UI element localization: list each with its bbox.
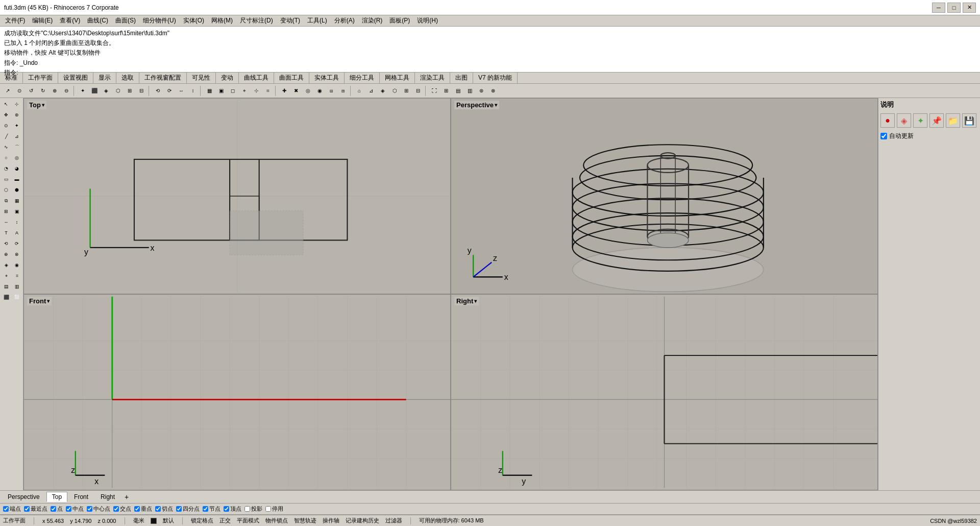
menu-item-H[interactable]: 说明(H) xyxy=(414,15,441,26)
toolbar-icon-23[interactable]: ✚ xyxy=(279,85,290,97)
panel-icon-save[interactable]: 💾 xyxy=(962,113,976,128)
toolbar-icon-29[interactable]: ⌂ xyxy=(354,85,365,97)
toolbar-tab-工作平面[interactable]: 工作平面 xyxy=(23,73,58,84)
lt-circle2[interactable]: ◎ xyxy=(12,153,22,163)
lt-rect[interactable]: ▭ xyxy=(1,174,11,184)
toolbar-icon-11[interactable]: ⊞ xyxy=(124,85,135,97)
snap-checkbox-input-最近点[interactable] xyxy=(24,506,30,512)
snap-checkbox-input-端点[interactable] xyxy=(3,506,9,512)
close-button[interactable]: ✕ xyxy=(963,3,976,13)
toolbar-icon-26[interactable]: ◉ xyxy=(314,85,325,97)
viewport-front[interactable]: Front ▾ xyxy=(23,294,451,490)
snap-checkbox-input-中心点[interactable] xyxy=(87,506,92,512)
snap-checkbox-点[interactable]: 点 xyxy=(51,505,63,513)
toolbar-tab-曲线工具[interactable]: 曲线工具 xyxy=(239,73,274,84)
ortho[interactable]: 正交 xyxy=(219,517,231,524)
toolbar-tab-变动[interactable]: 变动 xyxy=(216,73,239,84)
maximize-button[interactable]: □ xyxy=(947,3,961,13)
lt-extra2[interactable]: ⬜ xyxy=(12,292,22,302)
menu-item-A[interactable]: 分析(A) xyxy=(331,15,358,26)
toolbar-icon-19[interactable]: ◻ xyxy=(227,85,238,97)
toolbar-icon-17[interactable]: ▦ xyxy=(204,85,215,97)
snap-checkbox-input-四分点[interactable] xyxy=(176,506,182,512)
toolbar-tab-渲染工具[interactable]: 渲染工具 xyxy=(415,73,450,84)
toolbar-icon-21[interactable]: ⊹ xyxy=(251,85,262,97)
lt-snap[interactable]: ⌖ xyxy=(1,271,11,281)
lt-rect2[interactable]: ▬ xyxy=(12,174,22,184)
toolbar-icon-4[interactable]: ↻ xyxy=(37,85,48,97)
toolbar-icon-15[interactable]: ↔ xyxy=(176,85,187,97)
toolbar-icon-27[interactable]: ⧇ xyxy=(326,85,337,97)
toolbar-tab-显示[interactable]: 显示 xyxy=(93,73,116,84)
toolbar-icon-24[interactable]: ✖ xyxy=(290,85,302,97)
toolbar-icon-37[interactable]: ▤ xyxy=(452,85,463,97)
snap-checkbox-input-切点[interactable] xyxy=(155,506,161,512)
snap-checkbox-最近点[interactable]: 最近点 xyxy=(24,505,47,513)
toolbar-tab-可见性[interactable]: 可见性 xyxy=(187,73,216,84)
toolbar-icon-9[interactable]: ◈ xyxy=(101,85,112,97)
menu-item-F[interactable]: 文件(F) xyxy=(2,15,28,26)
snap-checkbox-停用[interactable]: 停用 xyxy=(265,505,283,513)
object-snap[interactable]: 物件锁点 xyxy=(265,517,288,524)
toolbar-icon-30[interactable]: ⊿ xyxy=(365,85,377,97)
snap-checkbox-节点[interactable]: 节点 xyxy=(203,505,220,513)
toolbar-icon-6[interactable]: ⊖ xyxy=(61,85,72,97)
lt-poly[interactable]: ⬡ xyxy=(1,185,11,195)
history[interactable]: 记录建构历史 xyxy=(346,517,379,524)
lt-snap2[interactable]: ⌗ xyxy=(12,271,22,281)
lt-analyze2[interactable]: ⊗ xyxy=(12,249,22,259)
lt-mesh2[interactable]: ▣ xyxy=(12,206,22,217)
lt-move2[interactable]: ⊛ xyxy=(12,110,22,120)
lt-poly2[interactable]: ⬢ xyxy=(12,185,22,195)
lt-point[interactable]: ⊙ xyxy=(1,121,11,131)
lt-render[interactable]: ◈ xyxy=(1,260,11,270)
viewport-right-dropdown[interactable]: ▾ xyxy=(474,298,477,304)
viewport-top-label[interactable]: Top ▾ xyxy=(27,101,46,109)
panel-icon-material[interactable]: ◈ xyxy=(897,113,911,128)
toolbar-icon-5[interactable]: ⊕ xyxy=(49,85,60,97)
toolbar-tab-曲面工具[interactable]: 曲面工具 xyxy=(274,73,309,84)
toolbar-tab-出图[interactable]: 出图 xyxy=(450,73,473,84)
menu-item-D[interactable]: 尺寸标注(D) xyxy=(237,15,276,26)
menu-item-M[interactable]: 网格(M) xyxy=(208,15,236,26)
toolbar-icon-39[interactable]: ⊛ xyxy=(476,85,487,97)
menu-item-U[interactable]: 细分物件(U) xyxy=(140,15,179,26)
panel-icon-pin[interactable]: 📌 xyxy=(929,113,944,128)
snap-checkbox-input-点[interactable] xyxy=(51,506,56,512)
viewport-front-label[interactable]: Front ▾ xyxy=(27,297,52,305)
menu-item-V[interactable]: 查看(V) xyxy=(57,15,83,26)
lt-transform[interactable]: ⟲ xyxy=(1,238,11,249)
add-tab-button[interactable]: + xyxy=(121,492,132,502)
snap-checkbox-端点[interactable]: 端点 xyxy=(3,505,21,513)
toolbar-tab-细分工具[interactable]: 细分工具 xyxy=(345,73,380,84)
toolbar-icon-10[interactable]: ⬡ xyxy=(112,85,124,97)
lt-text2[interactable]: A xyxy=(12,228,22,238)
toolbar-icon-1[interactable]: ↗ xyxy=(2,85,13,97)
lt-analyze[interactable]: ⊕ xyxy=(1,249,11,259)
snap-checkbox-中点[interactable]: 中点 xyxy=(66,505,84,513)
toolbar-icon-7[interactable]: ✦ xyxy=(77,85,88,97)
lt-layer[interactable]: ▤ xyxy=(1,281,11,292)
toolbar-icon-36[interactable]: ⊞ xyxy=(440,85,452,97)
snap-checkbox-垂点[interactable]: 垂点 xyxy=(134,505,152,513)
menu-item-R[interactable]: 渲染(R) xyxy=(359,15,386,26)
lt-point2[interactable]: ✦ xyxy=(12,121,22,131)
toolbar-icon-33[interactable]: ⊞ xyxy=(401,85,412,97)
toolbar-icon-3[interactable]: ↺ xyxy=(26,85,37,97)
menu-item-E[interactable]: 编辑(E) xyxy=(29,15,56,26)
toolbar-tab-V7 的新功能[interactable]: V7 的新功能 xyxy=(473,73,518,84)
viewport-perspective[interactable]: Perspective ▾ xyxy=(451,98,878,294)
minimize-button[interactable]: ─ xyxy=(932,3,945,13)
viewport-top[interactable]: Top ▾ xyxy=(23,98,451,294)
toolbar-icon-25[interactable]: ◎ xyxy=(302,85,313,97)
viewport-perspective-label[interactable]: Perspective ▾ xyxy=(454,101,499,109)
toolbar-tab-选取[interactable]: 选取 xyxy=(116,73,139,84)
viewport-top-dropdown[interactable]: ▾ xyxy=(42,102,44,108)
lt-text[interactable]: T xyxy=(1,228,11,238)
snap-checkbox-交点[interactable]: 交点 xyxy=(113,505,131,513)
snap-checkbox-投影[interactable]: 投影 xyxy=(244,505,262,513)
snap-checkbox-input-投影[interactable] xyxy=(244,506,250,512)
lt-curve2[interactable]: ⌒ xyxy=(12,142,22,152)
toolbar-icon-2[interactable]: ⊙ xyxy=(14,85,25,97)
toolbar-icon-35[interactable]: ⛶ xyxy=(429,85,440,97)
